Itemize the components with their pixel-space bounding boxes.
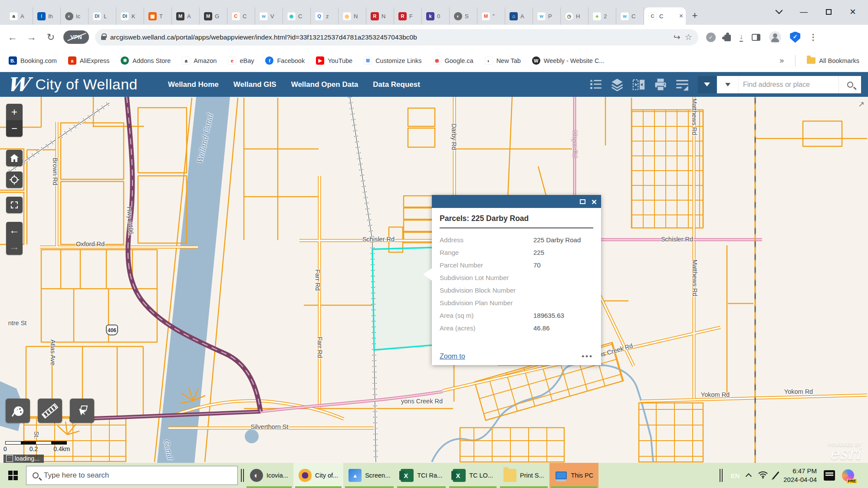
header-dropdown-button[interactable]	[698, 76, 716, 93]
zoom-in-button[interactable]: +	[6, 104, 23, 120]
bookmark-item[interactable]: ◉Google.ca	[433, 56, 473, 65]
browser-tab[interactable]: MG	[200, 7, 227, 25]
clock[interactable]: 6:47 PM 2024-04-04	[783, 467, 817, 485]
home-button[interactable]	[6, 150, 23, 166]
browser-tab[interactable]: RF	[394, 7, 422, 25]
chrome-menu-chevron-icon[interactable]	[775, 7, 783, 14]
browser-tab[interactable]: wC	[616, 7, 644, 25]
copilot-icon[interactable]: PRE	[842, 469, 854, 481]
swipe-icon[interactable]	[632, 78, 646, 91]
bookmark-item[interactable]: ▶YouTube	[316, 56, 352, 65]
full-extent-button[interactable]	[6, 197, 23, 213]
browser-tab[interactable]: RN	[366, 7, 394, 25]
kebab-menu-icon[interactable]: ⋮	[809, 32, 817, 42]
browser-tab[interactable]: Qz	[311, 7, 339, 25]
browser-tab[interactable]: ♣2	[589, 7, 616, 25]
tray-chevron-icon[interactable]	[746, 473, 752, 479]
taskbar-app-excel[interactable]: XTC LO...	[447, 463, 498, 488]
browser-tab[interactable]: ◎N	[339, 7, 366, 25]
browser-tab[interactable]: ◉C	[283, 7, 311, 25]
previous-extent-button[interactable]: ←	[6, 222, 23, 238]
language-indicator[interactable]: EN	[730, 472, 740, 479]
pen-icon[interactable]	[773, 472, 779, 480]
browser-tab[interactable]: M"	[477, 7, 505, 25]
print-icon[interactable]	[654, 78, 667, 91]
address-bar[interactable]: arcgisweb.welland.ca/portal/apps/webappv…	[95, 29, 698, 46]
window-maximize-icon[interactable]	[826, 9, 832, 15]
bookmark-item[interactable]: ⊞Customize Links	[364, 56, 421, 65]
nav-link[interactable]: Welland Home	[168, 80, 219, 89]
popup-titlebar[interactable]: ×	[432, 195, 601, 208]
taskbar-app-excel[interactable]: XTCI Ra...	[395, 463, 447, 488]
search-source-dropdown[interactable]	[717, 76, 739, 93]
browser-tab[interactable]: CC	[227, 7, 255, 25]
browser-tab[interactable]: wV	[255, 7, 283, 25]
browser-tab[interactable]: ◐Ic	[61, 7, 89, 25]
nav-link[interactable]: Data Request	[373, 80, 420, 89]
my-location-button[interactable]	[6, 171, 23, 188]
browser-tab[interactable]: aA	[5, 7, 33, 25]
taskbar-app-pc[interactable]: This PC	[549, 463, 599, 488]
browser-tab[interactable]: MA	[172, 7, 200, 25]
browser-tab[interactable]: k0	[422, 7, 450, 25]
browser-tab[interactable]: ▦T	[144, 7, 172, 25]
security-badge-icon[interactable]: ✓	[706, 33, 716, 42]
bookmark-item[interactable]: WWeebly - Website C...	[532, 56, 605, 65]
search-button[interactable]	[838, 76, 861, 93]
adblock-shield-icon[interactable]: ✓	[790, 32, 800, 43]
browser-tab[interactable]: ◐S	[450, 7, 477, 25]
bookmarks-overflow-chevron[interactable]: »	[779, 56, 784, 65]
share-icon[interactable]: ↪	[674, 32, 681, 42]
measure-tool-button[interactable]	[38, 399, 62, 423]
taskbar-app-photo[interactable]: ▲Screen...	[343, 463, 395, 488]
profile-avatar[interactable]	[769, 31, 781, 43]
legend-icon[interactable]	[589, 79, 602, 91]
select-tool-button[interactable]	[70, 399, 94, 423]
next-extent-button[interactable]: →	[6, 238, 23, 255]
browser-tab[interactable]: IIh	[33, 7, 61, 25]
browser-tab-active[interactable]: CC×	[644, 7, 686, 25]
taskbar-app-folder[interactable]: Print S...	[498, 463, 549, 488]
browser-tab[interactable]: wP	[533, 7, 561, 25]
draw-icon[interactable]	[675, 78, 689, 91]
search-input[interactable]	[739, 81, 838, 89]
start-button[interactable]	[0, 463, 26, 488]
all-bookmarks-button[interactable]: All Bookmarks	[807, 57, 859, 64]
zoom-to-link[interactable]: Zoom to	[440, 353, 465, 360]
taskbar-search[interactable]	[26, 466, 238, 485]
zoom-out-button[interactable]: −	[6, 120, 23, 137]
notification-center-icon[interactable]	[824, 470, 835, 481]
browser-tab[interactable]: ⌂A	[505, 7, 533, 25]
popup-actions-icon[interactable]: •••	[582, 352, 593, 361]
popup-close-icon[interactable]: ×	[592, 197, 597, 206]
back-icon[interactable]: ←	[6, 32, 19, 43]
browser-tab[interactable]: DIL	[89, 7, 116, 25]
browser-tab[interactable]: DIK	[116, 7, 144, 25]
window-minimize-icon[interactable]: —	[800, 8, 808, 16]
draw-tool-button[interactable]	[6, 399, 30, 423]
bookmark-item[interactable]: fFacebook	[265, 56, 305, 65]
side-panel-icon[interactable]	[752, 34, 760, 41]
reload-icon[interactable]: ↻	[44, 32, 57, 43]
wifi-icon[interactable]	[758, 470, 768, 481]
bookmark-item[interactable]: aAmazon	[182, 56, 217, 65]
taskbar-search-input[interactable]	[44, 471, 231, 480]
bookmark-item[interactable]: B.Booking.com	[9, 56, 57, 65]
taskbar-app-globe[interactable]: ◐Icovia...	[245, 463, 293, 488]
forward-icon[interactable]: →	[25, 32, 38, 43]
extensions-icon[interactable]	[724, 35, 731, 41]
popup-maximize-icon[interactable]	[580, 199, 585, 204]
bookmark-item[interactable]: ✱Addons Store	[121, 56, 171, 65]
taskbar-app-ring[interactable]: City of...	[293, 463, 343, 488]
new-tab-button[interactable]: +	[688, 9, 701, 22]
bookmark-item[interactable]: ◐New Tab	[485, 56, 521, 65]
layers-icon[interactable]	[610, 78, 624, 91]
map-viewport[interactable]: Welland CanalBrown RdHwy #406Oxford Rdnt…	[0, 97, 868, 463]
url-text[interactable]: arcgisweb.welland.ca/portal/apps/webappv…	[110, 33, 669, 41]
bookmark-item[interactable]: aAliExpress	[68, 56, 110, 65]
vpn-extension-badge[interactable]: VPN	[63, 30, 89, 44]
browser-tab[interactable]: ◷H	[561, 7, 589, 25]
bookmark-star-icon[interactable]: ☆	[685, 32, 692, 42]
window-close-icon[interactable]: ×	[850, 7, 856, 17]
nav-link[interactable]: Welland Open Data	[291, 80, 358, 89]
